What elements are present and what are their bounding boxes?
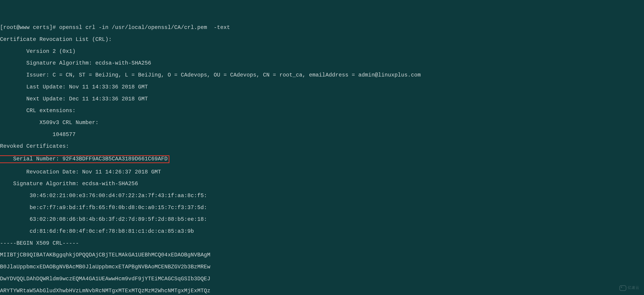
signature-hex-4: cd:81:6d:fe:80:4f:0c:ef:78:b8:81:c1:dc:c… [0, 228, 644, 234]
last-update: Last Update: Nov 11 14:33:36 2018 GMT [0, 84, 644, 90]
terminal-prompt: [root@www certs]# openssl crl -in /usr/l… [0, 24, 644, 30]
x509-crl-number-label: X509v3 CRL Number: [0, 120, 644, 126]
pem-data-3: DwYDVQQLDAhDQWRldm9wczEQMA4GA1UEAwwHcm9v… [0, 276, 644, 282]
pem-begin: -----BEGIN X509 CRL----- [0, 240, 644, 246]
watermark-text: 亿速云 [628, 286, 640, 290]
signature-hex-2: be:c7:f7:a9:bd:1f:fb:65:f0:0b:d8:0c:a0:1… [0, 205, 644, 211]
crl-version: Version 2 (0x1) [0, 48, 644, 54]
pem-data-1: MIIBTjCB9QIBATAKBggqhkjOPQQDAjCBjTELMAkG… [0, 252, 644, 258]
revocation-date: Revocation Date: Nov 11 14:26:37 2018 GM… [0, 169, 644, 175]
signature-algorithm-2: Signature Algorithm: ecdsa-with-SHA256 [0, 181, 644, 187]
cloud-icon [620, 285, 626, 291]
signature-hex-1: 30:45:02:21:00:e3:76:00:d4:07:22:2a:7f:4… [0, 193, 644, 199]
signature-hex-3: 63:02:20:08:d6:b8:4b:6b:3f:d2:7d:89:5f:2… [0, 216, 644, 222]
watermark-logo: 亿速云 [620, 285, 640, 291]
signature-algorithm: Signature Algorithm: ecdsa-with-SHA256 [0, 60, 644, 66]
pem-data-2: B0JlaUppbmcxEDAOBgNVBAcMB0JlaUppbmcxETAP… [0, 264, 644, 270]
crl-number-value: 1048577 [0, 132, 644, 138]
revoked-header: Revoked Certificates: [0, 143, 644, 149]
serial-number-highlight: Serial Number: 92F43BDFF9AC3B5CAA3189D66… [0, 155, 170, 163]
next-update: Next Update: Dec 11 14:33:36 2018 GMT [0, 96, 644, 102]
issuer-line: Issuer: C = CN, ST = BeiJing, L = BeiJin… [0, 72, 644, 78]
crl-extensions: CRL extensions: [0, 108, 644, 114]
pem-data-4: ARYTYWRtaW5AbGludXhwbHVzLmNvbRcNMTgxMTEx… [0, 288, 644, 294]
serial-number-row: Serial Number: 92F43BDFF9AC3B5CAA3189D66… [0, 155, 644, 163]
crl-header: Certificate Revocation List (CRL): [0, 36, 644, 42]
